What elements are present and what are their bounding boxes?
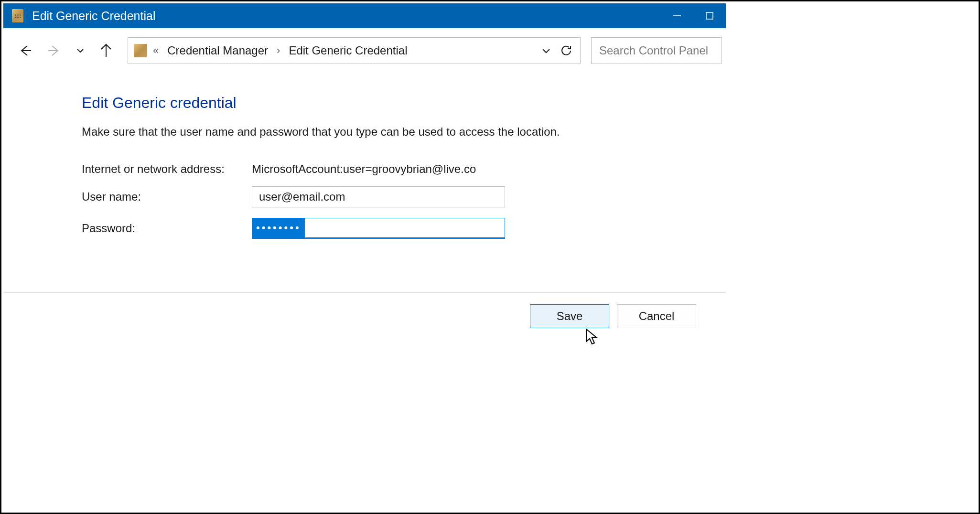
breadcrumb-prefix-icon: « (152, 44, 160, 57)
cancel-button[interactable]: Cancel (617, 304, 696, 328)
content-area: Edit Generic credential Make sure that t… (3, 73, 726, 239)
arrow-left-icon (18, 43, 32, 58)
minimize-button[interactable] (661, 3, 693, 28)
search-placeholder: Search Control Panel (599, 44, 708, 57)
cursor-icon (585, 328, 599, 345)
footer-separator (3, 292, 726, 293)
search-input[interactable]: Search Control Panel (591, 37, 722, 64)
forward-button[interactable] (42, 38, 67, 64)
refresh-icon[interactable] (560, 44, 572, 57)
svg-rect-1 (706, 12, 713, 19)
location-icon (134, 44, 147, 57)
minimize-icon (673, 11, 681, 20)
maximize-icon (706, 12, 713, 20)
password-selection: •••••••• (252, 218, 305, 237)
address-row: Internet or network address: MicrosoftAc… (82, 162, 726, 176)
chevron-right-icon: › (276, 44, 281, 57)
footer-buttons: Save Cancel (530, 304, 696, 328)
address-label: Internet or network address: (82, 162, 252, 176)
window-title: Edit Generic Credential (32, 9, 155, 23)
window-controls (661, 3, 726, 28)
recent-locations-button[interactable] (71, 38, 89, 64)
password-row: Password: •••••••• (82, 218, 726, 239)
breadcrumb-current[interactable]: Edit Generic Credential (286, 44, 410, 57)
address-bar-right (541, 44, 577, 57)
username-label: User name: (82, 190, 252, 203)
chevron-down-icon (76, 46, 85, 55)
maximize-button[interactable] (693, 3, 726, 28)
arrow-right-icon (47, 43, 62, 58)
back-button[interactable] (12, 38, 38, 64)
address-bar[interactable]: « Credential Manager › Edit Generic Cred… (128, 37, 581, 64)
save-button[interactable]: Save (530, 304, 609, 328)
username-row: User name: (82, 186, 726, 207)
chevron-down-icon[interactable] (541, 45, 551, 56)
password-input[interactable]: •••••••• (252, 218, 505, 239)
up-button[interactable] (93, 38, 119, 64)
arrow-up-icon (99, 43, 113, 58)
username-input[interactable] (252, 186, 505, 207)
toolbar: « Credential Manager › Edit Generic Cred… (3, 28, 726, 73)
titlebar-left: Edit Generic Credential (12, 9, 155, 23)
titlebar: Edit Generic Credential (3, 3, 726, 28)
password-label: Password: (82, 222, 252, 235)
page-title: Edit Generic credential (82, 94, 726, 112)
app-icon (12, 9, 23, 22)
instruction-text: Make sure that the user name and passwor… (82, 125, 726, 139)
window: Edit Generic Credential « Credential (3, 3, 726, 367)
breadcrumb-parent[interactable]: Credential Manager (164, 44, 271, 57)
address-value: MicrosoftAccount:user=groovybrian@live.c… (252, 162, 476, 176)
